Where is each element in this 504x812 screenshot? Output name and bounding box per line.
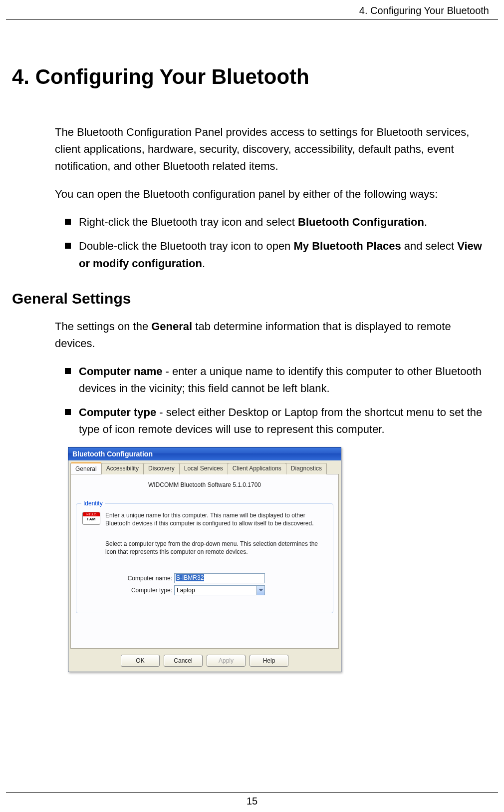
tab-client-applications[interactable]: Client Applications — [228, 463, 286, 474]
tab-general[interactable]: General — [70, 462, 102, 474]
running-header: 4. Configuring Your Bluetooth — [6, 0, 498, 20]
software-version-label: WIDCOMM Bluetooth Software 5.1.0.1700 — [76, 481, 333, 488]
section-heading-general: General Settings — [0, 290, 504, 307]
identity-groupbox: Identity HELLO I AM Enter a unique name … — [76, 503, 333, 613]
computer-name-input[interactable]: S-IBMR32 — [174, 573, 265, 583]
tab-accessibility[interactable]: Accessibility — [101, 463, 144, 474]
help-button[interactable]: Help — [250, 655, 288, 667]
screenshot-bluetooth-config: Bluetooth Configuration General Accessib… — [68, 447, 492, 672]
computer-type-label: Computer type: — [122, 587, 172, 594]
ok-button[interactable]: OK — [121, 655, 160, 667]
page-number: 15 — [6, 792, 498, 807]
tab-strip: General Accessibility Discovery Local Se… — [68, 460, 341, 474]
tab-discovery[interactable]: Discovery — [143, 463, 180, 474]
open-methods-list: Right-click the Bluetooth tray icon and … — [55, 214, 492, 272]
list-item: Computer type - select either Desktop or… — [65, 404, 492, 438]
chapter-heading: 4. Configuring Your Bluetooth — [0, 20, 504, 89]
dialog-button-row: OK Cancel Apply Help — [68, 651, 341, 672]
apply-button[interactable]: Apply — [207, 655, 246, 667]
dialog-window: Bluetooth Configuration General Accessib… — [68, 447, 341, 672]
computer-type-select[interactable]: Laptop — [174, 585, 265, 595]
list-item: Right-click the Bluetooth tray icon and … — [65, 214, 492, 231]
list-item: Computer name - enter a unique name to i… — [65, 363, 492, 397]
titlebar[interactable]: Bluetooth Configuration — [68, 447, 341, 460]
list-item: Double-click the Bluetooth tray icon to … — [65, 238, 492, 272]
open-methods-paragraph: You can open the Bluetooth configuration… — [55, 186, 492, 203]
groupbox-legend: Identity — [81, 500, 105, 507]
header-text: 4. Configuring Your Bluetooth — [359, 5, 489, 16]
computer-type-value: Laptop — [177, 587, 195, 594]
tab-local-services[interactable]: Local Services — [179, 463, 228, 474]
name-badge-icon: HELLO I AM — [82, 512, 100, 525]
general-settings-list: Computer name - enter a unique name to i… — [55, 363, 492, 438]
chevron-down-icon[interactable] — [256, 586, 264, 595]
computer-name-label: Computer name: — [122, 575, 172, 582]
general-settings-paragraph: The settings on the General tab determin… — [55, 318, 492, 352]
identity-help-text-1: Enter a unique name for this computer. T… — [105, 512, 327, 527]
tab-diagnostics[interactable]: Diagnostics — [286, 463, 327, 474]
intro-paragraph: The Bluetooth Configuration Panel provid… — [55, 124, 492, 175]
identity-help-text-2: Select a computer type from the drop-dow… — [105, 540, 327, 556]
cancel-button[interactable]: Cancel — [164, 655, 203, 667]
tab-panel-general: WIDCOMM Bluetooth Software 5.1.0.1700 Id… — [70, 474, 339, 649]
